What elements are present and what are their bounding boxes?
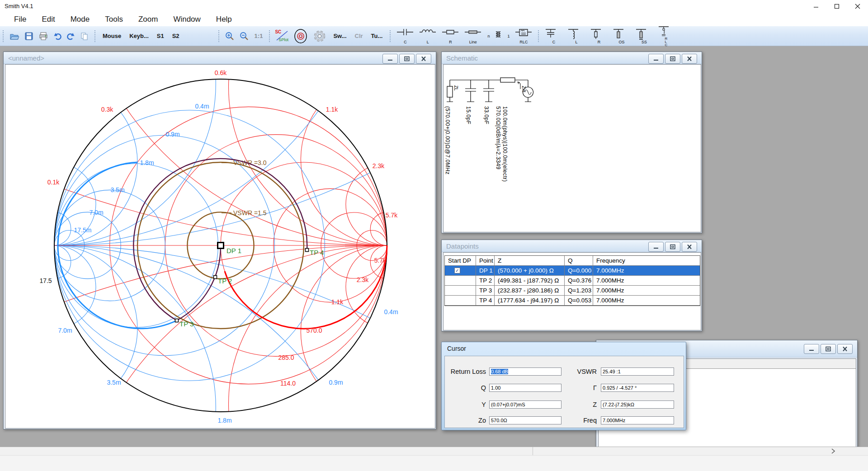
vswr-field[interactable]: 25.49 :1 [601,367,674,376]
component-transformer-button[interactable]: n1 [486,30,511,42]
datapoints-window-buttons-close-button[interactable] [682,242,697,252]
table-row[interactable]: TP 3(232.837 - j280.186) ΩQ=1.2037.000MH… [445,286,700,296]
q-label: Q [445,384,486,391]
menu-item-file[interactable]: File [6,15,34,24]
component-shunt-os-button[interactable]: OS [611,28,631,45]
smith-window-buttons-close-button[interactable] [416,54,431,64]
maximize-icon [825,346,831,352]
menu-item-help[interactable]: Help [208,15,240,24]
close-icon [686,56,693,61]
horizontal-scrollbar[interactable] [0,447,868,455]
component-label: L [575,40,577,44]
settings-button[interactable] [311,29,328,43]
z-field[interactable]: (7.22-j7.25)kΩ [601,400,674,409]
start-dp-cell[interactable] [445,296,476,306]
close-button[interactable] [847,0,868,13]
component-series-rlc-button[interactable]: RLC [514,28,533,45]
return-loss-field[interactable]: 0.68 dB [489,367,561,376]
clear-button[interactable]: Clr [352,33,366,39]
datapoints-window-buttons-maximize-button[interactable] [665,242,680,252]
menu-item-edit[interactable]: Edit [34,15,62,24]
s2-button[interactable]: S2 [170,33,182,39]
γ-field[interactable]: 0.925 / -4.527 ° [601,384,674,392]
component-series-r-button[interactable]: R [440,28,460,45]
component-shunt-c-button[interactable]: C [543,28,563,45]
background-window-buttons-maximize-button[interactable] [821,344,836,354]
smith-window-buttons-maximize-button[interactable] [399,54,415,64]
chart-grid-label: 1.1k [326,106,338,113]
tune-button[interactable]: Tu... [368,33,386,39]
schematic-value-label: 33.0pF [483,106,490,124]
schematic-window-buttons-close-button[interactable] [682,54,697,64]
minimize-button[interactable] [806,0,826,13]
mouse-button[interactable]: Mouse [100,33,124,39]
component-label: C [552,40,556,44]
start-dp-cell[interactable] [445,286,476,296]
undo-button[interactable] [52,32,63,41]
component-series-line-button[interactable]: Line [463,28,483,45]
zo-field[interactable]: 570.0Ω [489,416,561,424]
datapoint-marker-dp1[interactable] [218,243,224,249]
datapoint-marker-tp3[interactable] [175,319,179,322]
background-window-buttons-minimize-button[interactable] [804,344,819,354]
background-window-buttons-close-button[interactable] [837,344,853,354]
smith-window-titlebar[interactable]: <unnamed> [4,52,436,64]
chart-grid-label: 2.3k [357,276,369,283]
datapoints-window-buttons-minimize-button[interactable] [648,242,664,252]
target-button[interactable] [292,28,309,44]
smith-chart[interactable]: VSWR =3.0VSWR =1.50.6k0.4m0.3k0.9m1.1k1.… [5,65,436,429]
maximize-icon [670,244,676,250]
datapoints-header-row: Start DPPointZQFrequency [445,256,700,266]
print-button[interactable] [38,32,49,41]
freq-field[interactable]: 7.000MHz [601,416,674,424]
datapoint-marker-tp4[interactable] [306,249,309,252]
menu-item-window[interactable]: Window [165,15,208,24]
chart-grid-label: 17.5m [74,226,92,234]
zoom-out-button[interactable] [238,31,250,41]
maximize-button[interactable] [826,0,847,13]
minimize-icon [808,346,815,352]
keyboard-button[interactable]: Keyb... [127,33,151,39]
q-field[interactable]: 1.00 [489,384,561,392]
scroll-right-icon[interactable] [831,448,835,454]
series-components-group: CLRLinen1RLC [393,26,535,46]
schematic-window-buttons-minimize-button[interactable] [648,54,664,64]
schematic-canvas[interactable]: ZL Zin (570.00+j0.00)Ω@7.0MHz15.0pF33.0p… [443,64,701,232]
shunt-l-icon [567,28,585,40]
menu-item-zoom[interactable]: Zoom [131,15,165,24]
datapoint-marker-tp2[interactable] [214,276,217,279]
smith-window-buttons-minimize-button[interactable] [382,54,398,64]
start-dp-cell[interactable]: ✓ [445,266,476,276]
schematic-window-buttons-maximize-button[interactable] [665,54,680,64]
start-dp-checkbox[interactable]: ✓ [454,268,460,273]
schematic-value-label: 100.0m(phys)|100.0m(electr) [502,106,508,182]
table-row[interactable]: ✓DP 1(570.000 + j0.000) ΩQ=0.0007.000MHz [445,266,700,276]
save-button[interactable] [24,32,35,41]
table-row[interactable]: TP 4(1777.634 - j94.197) ΩQ=0.0537.000MH… [445,296,700,306]
sc-splot-button[interactable]: SC SPlot [274,29,290,43]
component-shunt-r-button[interactable]: R [589,28,609,45]
s1-button[interactable]: S1 [154,33,167,39]
smith-chart-canvas[interactable]: VSWR =3.0VSWR =1.50.6k0.4m0.3k0.9m1.1k1.… [5,64,435,429]
component-shunt-rlc-button[interactable]: RLC [656,25,676,47]
transformer-icon [490,30,507,42]
component-series-c-button[interactable]: C [395,28,415,45]
component-series-l-button[interactable]: L [418,28,438,45]
open-button[interactable] [8,32,21,41]
q-cell: Q=0.053 [565,296,593,306]
component-shunt-l-button[interactable]: L [566,28,586,45]
table-row[interactable]: TP 2(499.381 - j187.792) ΩQ=0.3767.000MH… [445,276,700,286]
sweep-button[interactable]: Sw... [330,33,349,39]
component-shunt-ss-button[interactable]: SS [634,28,654,45]
y-field[interactable]: (0.07+j0.07)mS [489,400,561,409]
component-label: L [427,40,429,44]
copy-button[interactable] [79,32,90,41]
zoom-in-button[interactable] [224,31,236,41]
start-dp-cell[interactable] [445,276,476,286]
component-label: C [404,40,407,44]
schematic-line [500,78,515,82]
zoom-one-to-one-button[interactable]: 1:1 [253,33,265,39]
redo-button[interactable] [66,32,76,41]
menu-item-tools[interactable]: Tools [97,15,131,24]
menu-item-mode[interactable]: Mode [63,15,98,24]
